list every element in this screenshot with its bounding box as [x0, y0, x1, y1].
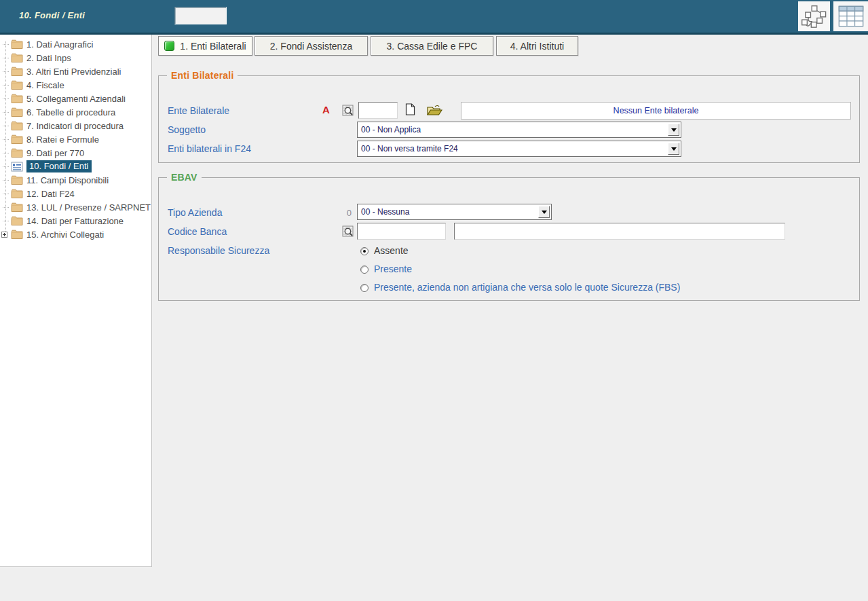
folder-icon — [11, 175, 23, 185]
list-form-icon — [11, 162, 23, 172]
table-grid-icon — [836, 3, 866, 29]
enti-bilaterali-f24-label: Enti bilaterali in F24 — [168, 143, 251, 154]
folder-icon — [11, 134, 23, 145]
folder-icon — [11, 230, 23, 240]
sidebar-item-ratei-e-formule[interactable]: 8. Ratei e Formule — [0, 132, 99, 146]
mandatory-flag: A — [322, 104, 330, 115]
tipo-azienda-code: 0 — [342, 208, 352, 218]
soggetto-label: Soggetto — [168, 124, 206, 135]
radio-presente-fbs-label[interactable]: Presente, azienda non artigiana che vers… — [374, 282, 680, 293]
tipo-azienda-label: Tipo Azienda — [168, 207, 222, 218]
sidebar-item-label: 5. Collegamenti Aziendali — [26, 94, 126, 104]
sidebar-item-indicatori-di-procedura[interactable]: 7. Indicatori di procedura — [0, 119, 124, 132]
folder-icon — [11, 202, 23, 213]
search-icon — [342, 105, 354, 117]
tab-label: 4. Altri Istituti — [510, 41, 564, 52]
sidebar-item-label: 14. Dati per Fatturazione — [26, 216, 124, 226]
tab-label: 3. Cassa Edile e FPC — [387, 41, 478, 52]
open-folder-icon — [427, 105, 442, 116]
sidebar-item-dati-f24[interactable]: 12. Dati F24 — [0, 187, 75, 200]
tab-altri-istituti[interactable]: 4. Altri Istituti — [496, 36, 578, 56]
navigation-tree: 1. Dati Anagrafici 2. Dati Inps 3. Altri… — [0, 35, 152, 567]
ente-bilaterale-name-field: Nessun Ente bilaterale — [461, 102, 851, 120]
codice-banca-label: Codice Banca — [168, 226, 227, 237]
sidebar-item-label: 13. LUL / Presenze / SARPNET — [26, 202, 151, 213]
sidebar-item-dati-per-770[interactable]: 9. Dati per 770 — [0, 146, 84, 160]
sidebar-item-label: 8. Ratei e Formule — [26, 134, 99, 145]
sidebar-item-label: 6. Tabelle di procedura — [26, 107, 115, 117]
folder-icon — [11, 39, 23, 50]
sidebar-item-fiscale[interactable]: 4. Fiscale — [0, 78, 64, 92]
group-title: Enti Bilaterali — [167, 70, 238, 81]
radio-presente-fbs[interactable] — [360, 284, 369, 292]
sidebar-item-altri-enti-previdenziali[interactable]: 3. Altri Enti Previdenziali — [0, 65, 121, 78]
folder-icon — [11, 189, 23, 199]
sidebar-item-dati-per-fatturazione[interactable]: 14. Dati per Fatturazione — [0, 214, 124, 227]
folder-icon — [11, 94, 23, 104]
tipo-azienda-selected-value: 00 - Nessuna — [361, 207, 409, 217]
sidebar-item-label: 9. Dati per 770 — [26, 148, 84, 158]
sidebar-item-label: 12. Dati F24 — [26, 189, 75, 199]
sidebar-item-collegamenti-aziendali[interactable]: 5. Collegamenti Aziendali — [0, 92, 126, 105]
ente-bilaterale-new-button[interactable] — [405, 103, 415, 115]
folder-icon — [11, 148, 23, 158]
tab-label: 1. Enti Bilaterali — [180, 41, 246, 52]
expand-plus-icon[interactable] — [1, 232, 7, 238]
header-quick-input[interactable] — [174, 7, 227, 24]
tab-cassa-edile-e-fpc[interactable]: 3. Cassa Edile e FPC — [371, 36, 493, 56]
sidebar-item-label: 2. Dati Inps — [26, 53, 71, 63]
sidebar-item-label-selected: 10. Fondi / Enti — [26, 160, 92, 172]
codice-banca-desc-input[interactable] — [454, 223, 785, 240]
radio-assente-label[interactable]: Assente — [374, 245, 409, 256]
group-title: EBAV — [167, 172, 202, 183]
sidebar-item-dati-inps[interactable]: 2. Dati Inps — [0, 51, 71, 65]
search-icon — [342, 225, 354, 238]
sidebar-item-campi-disponibili[interactable]: 11. Campi Disponibili — [0, 173, 109, 187]
sidebar-item-label: 3. Altri Enti Previdenziali — [26, 67, 121, 77]
sidebar-item-label: 7. Indicatori di procedura — [26, 121, 124, 131]
ente-bilaterale-label: Ente Bilaterale — [168, 105, 229, 116]
enti-bilaterali-f24-select[interactable]: 00 - Non versa tramite F24 — [357, 141, 681, 157]
flowchart-icon — [801, 3, 828, 29]
responsabile-sicurezza-label: Responsabile Sicurezza — [168, 245, 269, 256]
chevron-down-icon[interactable] — [668, 143, 679, 155]
tab-fondi-assistenza[interactable]: 2. Fondi Assistenza — [254, 36, 368, 56]
folder-icon — [11, 107, 23, 117]
ente-bilaterale-code-input[interactable] — [358, 102, 398, 119]
codice-banca-search-button[interactable] — [342, 225, 354, 238]
chevron-down-icon[interactable] — [668, 124, 679, 136]
sidebar-item-label: 15. Archivi Collegati — [26, 230, 104, 240]
flowchart-button[interactable] — [798, 1, 830, 31]
soggetto-selected-value: 00 - Non Applica — [361, 125, 421, 134]
sidebar-item-lul-presenze-sarpnet[interactable]: 13. LUL / Presenze / SARPNET — [0, 200, 151, 214]
chevron-down-icon[interactable] — [538, 206, 550, 218]
sidebar-item-label: 4. Fiscale — [26, 80, 64, 90]
radio-assente[interactable] — [360, 247, 369, 255]
ente-bilaterale-search-button[interactable] — [342, 105, 354, 117]
page-title: 10. Fondi / Enti — [19, 10, 85, 20]
sidebar-item-archivi-collegati[interactable]: 15. Archivi Collegati — [0, 227, 104, 241]
folder-icon — [11, 216, 23, 226]
codice-banca-code-input[interactable] — [357, 223, 446, 240]
radio-presente-label[interactable]: Presente — [374, 263, 412, 274]
tipo-azienda-select[interactable]: 00 - Nessuna — [357, 204, 552, 220]
tab-label: 2. Fondi Assistenza — [270, 41, 352, 52]
app-header: 10. Fondi / Enti — [0, 0, 868, 33]
sidebar-item-dati-anagrafici[interactable]: 1. Dati Anagrafici — [0, 37, 93, 51]
group-enti-bilaterali: Enti Bilaterali Ente Bilaterale A Nessun… — [158, 70, 860, 163]
folder-icon — [11, 121, 23, 131]
folder-icon — [11, 53, 23, 63]
group-ebav: EBAV Tipo Azienda 0 00 - Nessuna Codice … — [158, 172, 860, 301]
tab-enti-bilaterali[interactable]: 1. Enti Bilaterali — [158, 36, 252, 56]
new-doc-icon — [405, 103, 415, 115]
enti-f24-selected-value: 00 - Non versa tramite F24 — [361, 144, 458, 153]
soggetto-select[interactable]: 00 - Non Applica — [357, 122, 681, 138]
table-view-button[interactable] — [833, 1, 868, 31]
sidebar-item-label: 11. Campi Disponibili — [26, 175, 109, 185]
folder-icon — [11, 67, 23, 77]
sidebar-item-tabelle-di-procedura[interactable]: 6. Tabelle di procedura — [0, 105, 115, 119]
sidebar-item-fondi-enti[interactable]: 10. Fondi / Enti — [0, 160, 92, 173]
ente-bilaterale-open-button[interactable] — [427, 105, 442, 116]
sidebar-item-label: 1. Dati Anagrafici — [26, 39, 93, 50]
radio-presente[interactable] — [360, 266, 369, 274]
